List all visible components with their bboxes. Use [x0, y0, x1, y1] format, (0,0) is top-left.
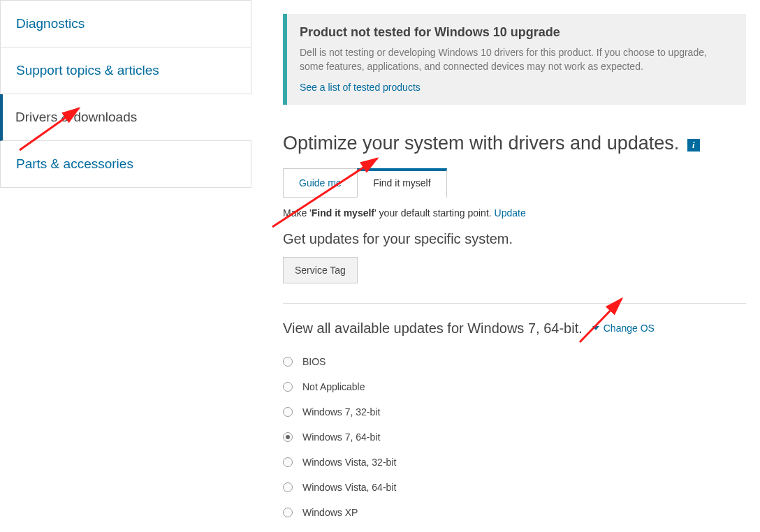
banner-body: Dell is not testing or developing Window… [300, 45, 732, 74]
sidebar: Diagnostics Support topics & articles Dr… [0, 0, 251, 188]
sidebar-item-drivers-downloads[interactable]: Drivers & downloads [0, 94, 251, 141]
radio-icon [283, 508, 293, 517]
default-starting-row: Make 'Find it myself' your default start… [283, 207, 746, 219]
default-prefix: Make ' [283, 207, 312, 219]
radio-icon [283, 382, 293, 392]
change-os-link[interactable]: Change OS [592, 323, 655, 334]
info-icon[interactable]: i [687, 139, 700, 152]
radio-icon [283, 432, 293, 442]
service-tag-label: Service Tag [295, 265, 346, 276]
default-suffix: ' your default starting point. [374, 207, 495, 219]
os-option-win7-32[interactable]: Windows 7, 32-bit [283, 406, 746, 418]
service-tag-button[interactable]: Service Tag [283, 257, 358, 283]
os-option-vista-64[interactable]: Windows Vista, 64-bit [283, 482, 746, 493]
os-option-not-applicable[interactable]: Not Applicable [283, 381, 746, 392]
main-content: Product not tested for Windows 10 upgrad… [283, 14, 746, 532]
tab-label: Guide me [299, 177, 342, 189]
radio-label: Windows 7, 32-bit [302, 406, 380, 418]
tab-label: Find it myself [373, 177, 430, 189]
radio-icon [283, 457, 293, 467]
sidebar-item-support-topics[interactable]: Support topics & articles [0, 47, 251, 94]
radio-label: Windows Vista, 64-bit [302, 482, 396, 493]
radio-label: Windows 7, 64-bit [302, 431, 380, 443]
sidebar-item-label: Diagnostics [16, 16, 85, 31]
update-link[interactable]: Update [495, 207, 526, 219]
radio-icon [283, 482, 293, 492]
os-option-win7-64[interactable]: Windows 7, 64-bit [283, 431, 746, 443]
tab-guide-me[interactable]: Guide me [283, 168, 358, 198]
divider [283, 303, 746, 304]
tab-find-it-myself[interactable]: Find it myself [357, 168, 446, 198]
warning-banner: Product not tested for Windows 10 upgrad… [283, 14, 746, 105]
sidebar-item-diagnostics[interactable]: Diagnostics [0, 0, 251, 47]
sidebar-item-label: Support topics & articles [16, 63, 159, 77]
default-bold: Find it myself [312, 207, 374, 219]
radio-label: BIOS [302, 356, 326, 367]
view-updates-text: View all available updates for Windows 7… [283, 320, 583, 337]
os-option-bios[interactable]: BIOS [283, 356, 746, 367]
sidebar-item-parts-accessories[interactable]: Parts & accessories [0, 141, 251, 188]
banner-link-tested-products[interactable]: See a list of tested products [300, 82, 421, 93]
radio-label: Windows XP [302, 507, 358, 518]
radio-icon [283, 357, 293, 367]
banner-title: Product not tested for Windows 10 upgrad… [300, 25, 732, 40]
view-updates-row: View all available updates for Windows 7… [283, 320, 746, 337]
radio-label: Not Applicable [302, 381, 365, 392]
os-option-vista-32[interactable]: Windows Vista, 32-bit [283, 457, 746, 468]
subheading-get-updates: Get updates for your specific system. [283, 231, 746, 247]
os-option-xp[interactable]: Windows XP [283, 507, 746, 518]
os-radio-list: BIOS Not Applicable Windows 7, 32-bit Wi… [283, 356, 746, 532]
page-heading: Optimize your system with drivers and up… [283, 133, 746, 154]
sidebar-item-label: Parts & accessories [16, 156, 133, 171]
radio-icon [283, 407, 293, 417]
radio-label: Windows Vista, 32-bit [302, 457, 396, 468]
heading-text: Optimize your system with drivers and up… [283, 133, 679, 154]
caret-down-icon [592, 326, 599, 330]
change-os-label: Change OS [604, 323, 655, 334]
tabs: Guide me Find it myself [283, 168, 746, 198]
sidebar-item-label: Drivers & downloads [15, 110, 137, 124]
